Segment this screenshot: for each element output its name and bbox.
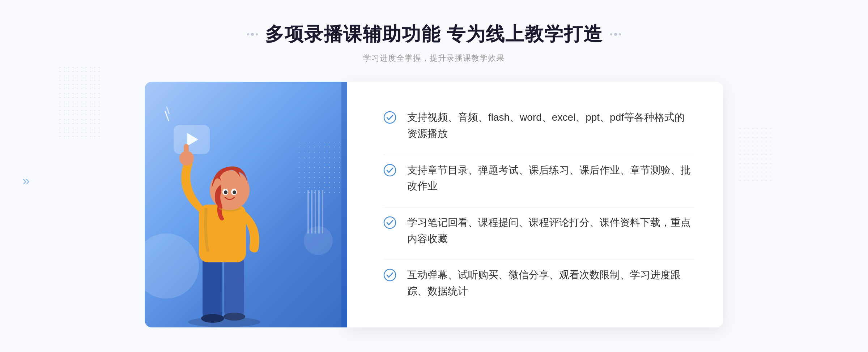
svg-point-11 [224, 190, 227, 194]
features-panel: 支持视频、音频、flash、word、excel、ppt、pdf等各种格式的资源… [347, 82, 723, 327]
feature-text-4: 互动弹幕、试听购买、微信分享、观看次数限制、学习进度跟踪、数据统计 [407, 267, 694, 300]
svg-point-0 [188, 317, 260, 327]
feature-item-3: 学习笔记回看、课程提问、课程评论打分、课件资料下载，重点内容收藏 [383, 207, 694, 254]
page-title: 多项录播课辅助功能 专为线上教学打造 [265, 22, 603, 47]
page-subtitle: 学习进度全掌握，提升录播课教学效果 [247, 53, 621, 64]
svg-point-4 [224, 313, 245, 321]
accent-bar [341, 82, 347, 327]
check-icon-2 [383, 164, 396, 177]
feature-item-1: 支持视频、音频、flash、word、excel、ppt、pdf等各种格式的资源… [383, 102, 694, 149]
svg-point-15 [384, 217, 396, 228]
feature-item-4: 互动弹幕、试听购买、微信分享、观看次数限制、学习进度跟踪、数据统计 [383, 259, 694, 307]
illustration-panel [145, 82, 347, 327]
svg-point-3 [201, 314, 224, 323]
feature-text-3: 学习笔记回看、课程提问、课程评论打分、课件资料下载，重点内容收藏 [407, 215, 694, 247]
header-section: 多项录播课辅助功能 专为线上教学打造 学习进度全掌握，提升录播课教学效果 [247, 22, 621, 64]
svg-point-12 [233, 190, 236, 194]
svg-point-13 [384, 112, 396, 123]
arrow-left-decoration: » [22, 173, 30, 189]
content-area: 支持视频、音频、flash、word、excel、ppt、pdf等各种格式的资源… [145, 82, 723, 327]
check-icon-4 [383, 269, 396, 282]
svg-point-14 [384, 164, 396, 176]
feature-text-2: 支持章节目录、弹题考试、课后练习、课后作业、章节测验、批改作业 [407, 162, 694, 195]
svg-rect-7 [184, 144, 189, 160]
check-icon-1 [383, 111, 396, 124]
svg-rect-2 [224, 255, 244, 318]
circle-small-decoration [304, 226, 333, 255]
svg-rect-1 [203, 255, 222, 320]
svg-point-16 [384, 269, 396, 281]
page-container: » 多项录播课辅助功能 专为线上教学打造 学习进度全掌握，提升录播课教学效果 [0, 0, 868, 352]
feature-text-1: 支持视频、音频、flash、word、excel、ppt、pdf等各种格式的资源… [407, 110, 694, 142]
header-title-row: 多项录播课辅助功能 专为线上教学打造 [247, 22, 621, 47]
dots-decoration-right [610, 33, 621, 36]
bg-dots-right-decoration [738, 126, 774, 184]
feature-item-2: 支持章节目录、弹题考试、课后练习、课后作业、章节测验、批改作业 [383, 155, 694, 202]
dots-decoration-left [247, 33, 258, 36]
check-icon-3 [383, 216, 396, 229]
bg-dots-left-decoration [58, 65, 101, 137]
human-figure-illustration [166, 125, 304, 327]
light-rays-decoration [165, 111, 169, 121]
